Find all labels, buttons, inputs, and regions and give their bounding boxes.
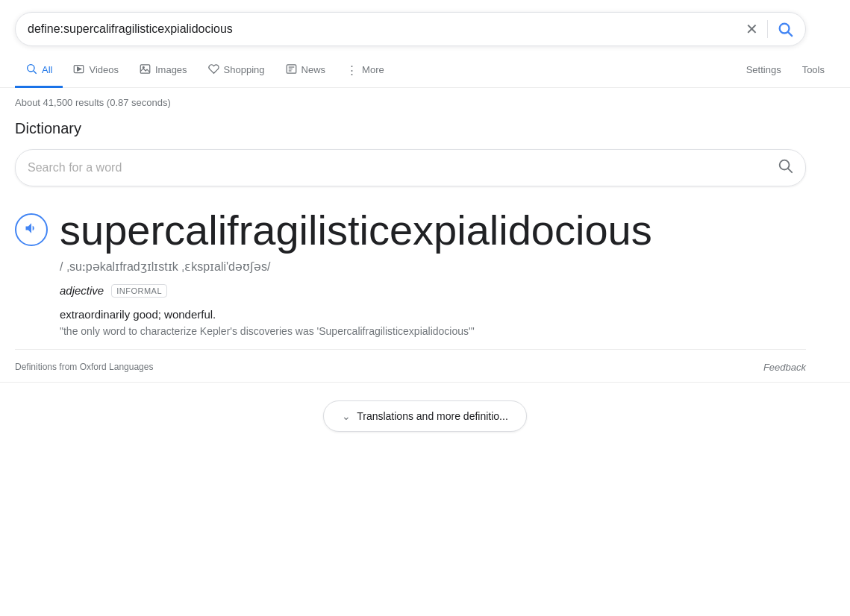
word-search-box[interactable]: Search for a word xyxy=(15,149,806,186)
word-search-icon xyxy=(777,157,793,178)
result-stats-text: About 41,500 results (0.87 seconds) xyxy=(15,97,171,108)
tab-news[interactable]: News xyxy=(275,54,337,88)
pronunciation: / ˌsuːpəkalɪfradʒɪlɪstɪk ˌɛkspɪali'dəʊʃə… xyxy=(60,260,806,274)
definition-block: extraordinarily good; wonderful. "the on… xyxy=(60,308,806,337)
tab-all[interactable]: All xyxy=(15,54,63,88)
chevron-down-icon: ⌄ xyxy=(342,410,351,422)
svg-line-1 xyxy=(788,32,792,36)
source-text: Definitions from Oxford Languages xyxy=(15,362,153,372)
tab-more-label: More xyxy=(362,64,384,75)
tools-link[interactable]: Tools xyxy=(792,55,835,87)
word-entry: supercalifragilisticexpialidocious xyxy=(15,207,806,254)
svg-point-2 xyxy=(28,65,34,72)
translations-container: ⌄ Translations and more definitio... xyxy=(0,395,850,444)
word-search-placeholder: Search for a word xyxy=(28,161,122,175)
word-headword: supercalifragilisticexpialidocious xyxy=(60,207,652,254)
translations-button[interactable]: ⌄ Translations and more definitio... xyxy=(323,400,527,432)
search-button[interactable] xyxy=(777,21,793,37)
search-divider xyxy=(767,20,768,38)
result-stats: About 41,500 results (0.87 seconds) xyxy=(0,88,850,120)
search-query-text: define:supercalifragilisticexpialidociou… xyxy=(28,22,746,36)
tab-news-label: News xyxy=(301,64,326,75)
all-tab-icon xyxy=(25,63,37,77)
dictionary-heading: Dictionary xyxy=(15,120,806,137)
news-tab-icon xyxy=(286,63,297,77)
bottom-divider xyxy=(0,382,850,383)
definition-text: extraordinarily good; wonderful. xyxy=(60,308,806,321)
tab-images[interactable]: Images xyxy=(129,54,198,88)
svg-line-13 xyxy=(788,169,792,172)
tab-shopping-label: Shopping xyxy=(224,64,265,75)
more-tab-icon: ⋮ xyxy=(346,63,357,77)
svg-marker-5 xyxy=(78,67,81,71)
dictionary-section: Dictionary Search for a word supercalifr… xyxy=(0,120,821,382)
settings-link[interactable]: Settings xyxy=(736,55,792,87)
shopping-tab-icon xyxy=(208,63,219,77)
images-tab-icon xyxy=(140,63,151,77)
tab-videos-label: Videos xyxy=(89,64,119,75)
svg-point-7 xyxy=(143,66,144,68)
svg-rect-6 xyxy=(140,64,150,72)
tab-videos[interactable]: Videos xyxy=(63,54,129,88)
tab-shopping[interactable]: Shopping xyxy=(198,54,275,88)
search-bar-area: define:supercalifragilisticexpialidociou… xyxy=(0,0,850,54)
clear-icon[interactable]: ✕ xyxy=(746,22,758,37)
definition-example: "the only word to characterize Kepler's … xyxy=(60,325,806,337)
search-bar[interactable]: define:supercalifragilisticexpialidociou… xyxy=(15,12,806,46)
part-of-speech: adjective xyxy=(60,284,104,297)
tab-more[interactable]: ⋮ More xyxy=(336,54,395,88)
navigation-tabs: All Videos Images Shopping xyxy=(0,54,850,88)
part-of-speech-line: adjective INFORMAL xyxy=(60,284,806,298)
translations-label: Translations and more definitio... xyxy=(357,410,508,422)
tab-images-label: Images xyxy=(155,64,187,75)
svg-line-3 xyxy=(34,71,37,74)
audio-button[interactable] xyxy=(15,213,48,246)
feedback-link[interactable]: Feedback xyxy=(763,362,806,373)
register-badge: INFORMAL xyxy=(111,284,167,298)
videos-tab-icon xyxy=(73,63,84,77)
tab-all-label: All xyxy=(42,64,52,75)
search-bar-icons: ✕ xyxy=(746,20,793,38)
audio-icon xyxy=(24,221,39,239)
source-line: Definitions from Oxford Languages Feedba… xyxy=(15,349,806,382)
